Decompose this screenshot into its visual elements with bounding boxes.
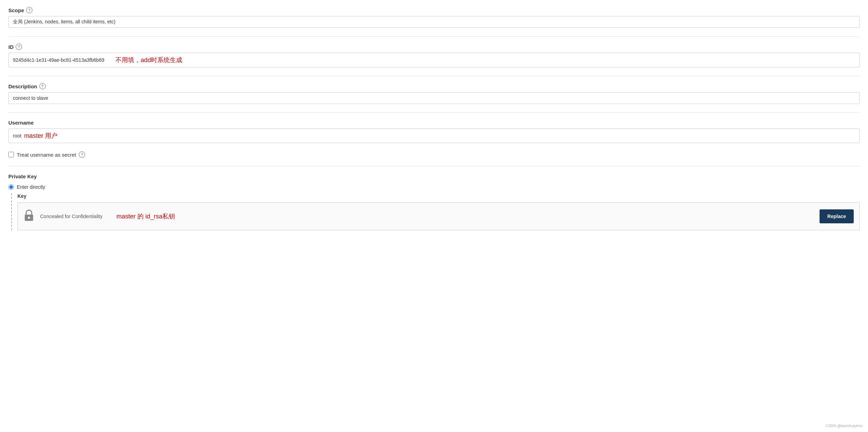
treat-username-help-icon[interactable]: ? [79,151,85,158]
divider-2 [8,76,860,76]
username-row: root master 用户 [8,128,860,143]
svg-point-1 [28,217,30,219]
private-key-section: Private Key Enter directly Key Concealed… [8,173,860,230]
enter-directly-radio[interactable] [8,184,14,190]
description-group: Description ? [8,83,860,104]
username-label: Username [8,120,860,126]
enter-directly-label: Enter directly [17,184,45,190]
concealed-text: Concealed for Confidentiality [40,214,102,219]
key-box: Concealed for Confidentiality master 的 i… [17,202,860,230]
description-label: Description ? [8,83,860,89]
watermark: CSDN @tianshuiyimo [825,424,862,428]
id-label-text: ID [8,44,14,50]
treat-username-label: Treat username as secret [17,152,76,158]
username-annotation: master 用户 [24,132,58,140]
description-help-icon[interactable]: ? [39,83,46,89]
lock-icon [23,209,35,224]
scope-input[interactable] [8,16,860,28]
id-value: 9245d4c1-1e31-49ae-bc81-4513a3fb6b69 [13,57,104,63]
key-annotation: master 的 id_rsa私钥 [116,212,175,221]
scope-label: Scope ? [8,7,860,13]
username-group: Username root master 用户 [8,120,860,143]
id-annotation: 不用填，add时系统生成 [115,56,182,64]
private-key-title: Private Key [8,173,860,179]
id-group: ID ? 9245d4c1-1e31-49ae-bc81-4513a3fb6b6… [8,44,860,67]
enter-directly-row: Enter directly [8,184,860,190]
username-label-text: Username [8,120,34,126]
key-label: Key [17,193,860,199]
divider-1 [8,36,860,37]
id-help-icon[interactable]: ? [16,44,22,50]
divider-4 [8,166,860,166]
scope-group: Scope ? [8,7,860,28]
divider-3 [8,112,860,113]
id-label: ID ? [8,44,860,50]
treat-username-row: Treat username as secret ? [8,151,860,158]
description-input[interactable] [8,92,860,104]
key-box-left: Concealed for Confidentiality master 的 i… [23,209,175,224]
treat-username-checkbox[interactable] [8,152,14,157]
replace-button[interactable]: Replace [820,209,854,223]
key-sub-section: Key Concealed for Confidentiality master… [11,193,860,230]
page-container: Scope ? ID ? 9245d4c1-1e31-49ae-bc81-451… [0,0,868,432]
username-value: root [13,133,21,139]
description-label-text: Description [8,83,37,89]
scope-help-icon[interactable]: ? [26,7,32,13]
id-row: 9245d4c1-1e31-49ae-bc81-4513a3fb6b69 不用填… [8,53,860,67]
scope-label-text: Scope [8,7,24,13]
